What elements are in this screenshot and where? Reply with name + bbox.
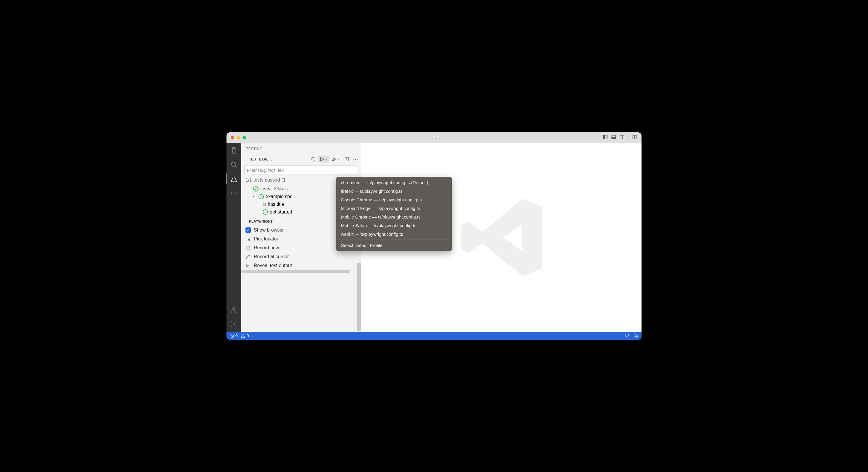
svg-rect-4 xyxy=(620,135,624,139)
warning-count: 0 xyxy=(247,333,249,338)
debug-tests-button[interactable] xyxy=(331,156,342,163)
menu-item[interactable]: chromium — ts/playwright.config.ts (Defa… xyxy=(336,178,452,187)
window-title: ts xyxy=(433,135,436,140)
statusbar: 0 0 xyxy=(226,332,642,340)
filter-placeholder: Filter (e.g. text, !ex xyxy=(247,168,284,173)
filter-input[interactable]: Filter (e.g. text, !ex xyxy=(244,166,359,174)
chevron-down-icon xyxy=(243,157,248,162)
app-window: ts TESTING ⋯ TEST EXPL… xyxy=(226,132,642,340)
pass-icon: ✓ xyxy=(262,209,268,215)
titlebar: ts xyxy=(226,132,642,143)
svg-point-13 xyxy=(236,193,237,193)
tree-label: has title xyxy=(268,202,284,207)
run-tests-button[interactable] xyxy=(318,156,329,163)
notifications-icon[interactable] xyxy=(634,333,639,339)
inspect-icon xyxy=(245,236,251,242)
close-button[interactable] xyxy=(230,136,234,139)
tree-label: get started xyxy=(270,209,292,215)
explorer-icon[interactable] xyxy=(230,146,238,154)
chevron-down-icon xyxy=(243,219,248,224)
edit-icon xyxy=(245,254,251,259)
layout-controls xyxy=(603,134,638,141)
chevron-down-icon xyxy=(252,194,257,199)
warnings-indicator[interactable]: 0 xyxy=(241,333,249,338)
traffic-lights xyxy=(230,136,246,139)
add-circle-icon xyxy=(245,245,251,250)
test-explorer-header[interactable]: TEST EXPL… ⋯ xyxy=(241,155,361,164)
toggle-panel-icon[interactable] xyxy=(611,134,616,141)
svg-point-12 xyxy=(234,193,234,193)
svg-rect-3 xyxy=(612,138,616,139)
maximize-button[interactable] xyxy=(243,136,246,139)
tree-label: example.spe xyxy=(266,194,292,199)
item-label: Pick locator xyxy=(254,236,278,242)
pass-icon: ✓ xyxy=(253,186,258,192)
unset-status-icon xyxy=(262,203,266,206)
errors-indicator[interactable]: 0 xyxy=(229,333,238,338)
svg-point-33 xyxy=(628,334,629,335)
test-explorer-title: TEST EXPL… xyxy=(249,157,272,161)
item-label: Record at cursor xyxy=(254,254,289,259)
panel-more-icon[interactable]: ⋯ xyxy=(351,146,356,151)
account-icon[interactable] xyxy=(230,306,238,313)
reveal-output-button[interactable]: Reveal test output xyxy=(241,261,361,270)
menu-item[interactable]: Mobile Chrome — ts/playwright.config.ts xyxy=(336,213,452,221)
testing-icon[interactable] xyxy=(230,175,238,183)
customize-layout-icon[interactable] xyxy=(632,134,638,141)
select-default-profile[interactable]: Select Default Profile xyxy=(336,241,452,249)
menu-item[interactable]: webkit — ts/playwright.config.ts xyxy=(336,230,452,238)
vscode-watermark-icon xyxy=(454,190,549,285)
svg-rect-7 xyxy=(635,135,637,139)
refresh-button[interactable] xyxy=(309,156,317,163)
more-icon[interactable] xyxy=(230,189,238,197)
show-output-button[interactable] xyxy=(343,156,351,163)
checkbox-checked-icon: ✓ xyxy=(245,227,251,233)
separator xyxy=(628,135,628,140)
menu-item[interactable]: firefox — ts/playwright.config.ts xyxy=(336,187,452,196)
feedback-icon[interactable] xyxy=(625,333,630,339)
menu-item[interactable]: Google Chrome — ts/playwright.config.ts xyxy=(336,196,452,204)
tree-label: tests xyxy=(260,186,270,192)
menu-item[interactable]: Mobile Safari — ts/playwright.config.ts xyxy=(336,221,452,230)
horizontal-scrollbar[interactable] xyxy=(241,270,349,273)
record-at-cursor-button[interactable]: Record at cursor xyxy=(241,252,361,261)
svg-rect-6 xyxy=(632,135,634,139)
panel-title: TESTING xyxy=(246,147,262,151)
svg-marker-16 xyxy=(321,158,324,161)
settings-gear-icon[interactable] xyxy=(230,320,238,328)
item-label: Show browser xyxy=(254,227,284,233)
chevron-down-icon xyxy=(247,187,251,191)
playwright-title: PLAYWRIGHT xyxy=(249,220,273,224)
duration: 884ms xyxy=(274,186,288,192)
vertical-scrollbar[interactable] xyxy=(357,263,361,331)
svg-point-15 xyxy=(233,323,235,325)
minimize-button[interactable] xyxy=(237,136,240,139)
toggle-primary-sidebar-icon[interactable] xyxy=(603,134,608,141)
profile-dropdown-menu: chromium — ts/playwright.config.ts (Defa… xyxy=(336,177,452,251)
menu-item[interactable]: Microsoft Edge — ts/playwright.config.ts xyxy=(336,204,452,213)
toggle-secondary-sidebar-icon[interactable] xyxy=(619,134,625,141)
svg-line-9 xyxy=(235,166,237,167)
svg-point-14 xyxy=(233,307,236,310)
search-icon[interactable] xyxy=(230,161,238,168)
section-more-icon[interactable]: ⋯ xyxy=(352,156,360,163)
pass-icon: ✓ xyxy=(258,194,264,199)
svg-point-8 xyxy=(231,162,236,166)
item-label: Reveal test output xyxy=(254,263,292,268)
panel-header: TESTING ⋯ xyxy=(241,143,361,155)
output-icon xyxy=(245,263,251,268)
error-count: 0 xyxy=(236,333,238,338)
svg-point-11 xyxy=(231,193,232,193)
item-label: Record new xyxy=(254,245,279,250)
svg-rect-1 xyxy=(603,135,605,139)
activity-bar xyxy=(226,143,241,332)
